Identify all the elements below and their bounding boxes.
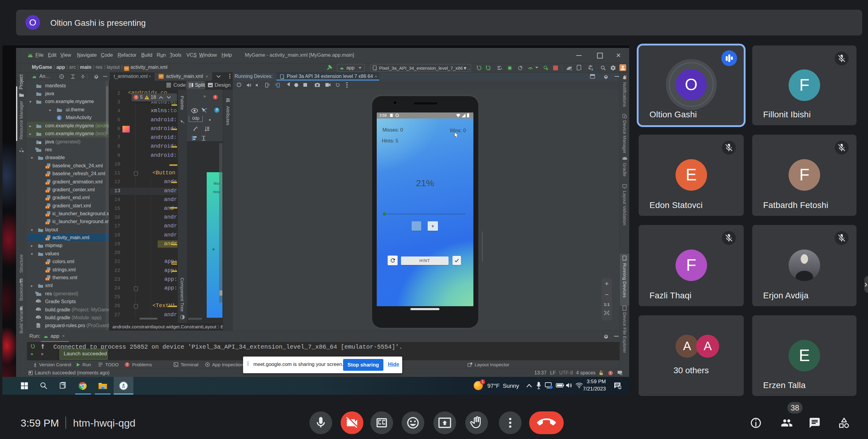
svg-text:2: 2 bbox=[619, 386, 621, 389]
svg-text:2: 2 bbox=[621, 373, 622, 375]
svg-text:A: A bbox=[488, 68, 490, 71]
svg-text:C: C bbox=[58, 116, 60, 120]
